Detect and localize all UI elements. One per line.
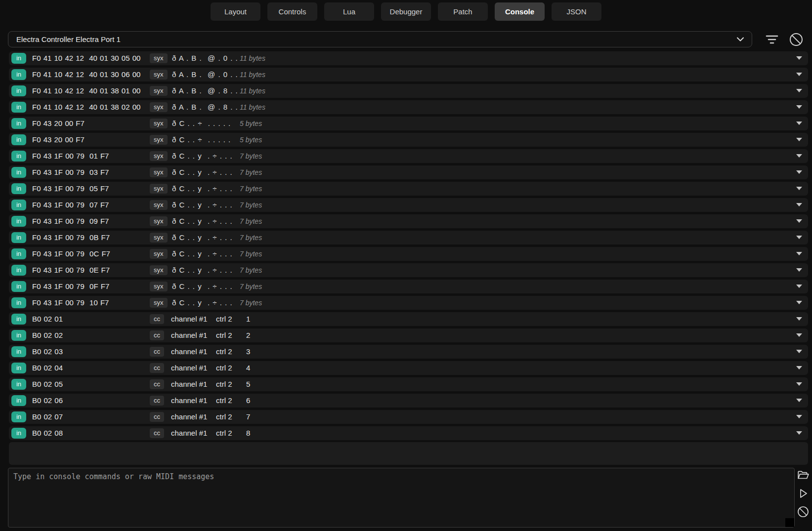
chevron-down-icon[interactable]: [796, 214, 802, 228]
channel-label: channel #1: [171, 345, 207, 359]
chevron-down-icon[interactable]: [796, 133, 802, 147]
hex-bytes: F0 43 1F 00 79 07 F7: [32, 198, 109, 212]
filter-icon[interactable]: [765, 33, 779, 46]
log-row[interactable]: inF0 43 1F 00 79 03 F7syxð C . . y . ÷ .…: [9, 165, 808, 179]
controller-label: ctrl 2: [216, 377, 232, 391]
decoded-text: ð C . . y . ÷ . . .: [172, 280, 232, 293]
log-row[interactable]: inF0 41 10 42 12 40 01 30 06 00syxð A . …: [9, 68, 808, 82]
chevron-down-icon[interactable]: [796, 51, 802, 65]
hex-bytes: B0 02 02: [32, 328, 63, 342]
chevron-down-icon[interactable]: [796, 280, 802, 293]
chevron-down-icon[interactable]: [796, 377, 802, 391]
log-row[interactable]: inF0 41 10 42 12 40 01 38 01 00syxð A . …: [9, 84, 808, 98]
tab-controls[interactable]: Controls: [267, 2, 317, 21]
chevron-down-icon[interactable]: [796, 231, 802, 245]
console-side-actions: [796, 468, 811, 519]
chevron-down-icon[interactable]: [796, 117, 802, 130]
direction-badge: in: [11, 118, 26, 129]
log-row[interactable]: inB0 02 03ccchannel #1ctrl 23: [9, 345, 808, 359]
log-row[interactable]: inF0 43 20 00 F7syxð C . . ÷ . . . . .5 …: [9, 133, 808, 147]
chevron-down-icon[interactable]: [796, 361, 802, 375]
tab-bar: LayoutControlsLuaDebuggerPatchConsoleJSO…: [0, 2, 812, 21]
tab-json[interactable]: JSON: [552, 2, 601, 21]
chevron-down-icon[interactable]: [796, 312, 802, 326]
channel-label: channel #1: [171, 328, 207, 342]
tab-lua[interactable]: Lua: [324, 2, 374, 21]
tab-debugger[interactable]: Debugger: [381, 2, 431, 21]
hex-bytes: F0 43 1F 00 79 0F F7: [32, 280, 109, 293]
direction-badge: in: [11, 346, 26, 357]
chevron-down-icon[interactable]: [796, 394, 802, 408]
log-row[interactable]: inF0 43 1F 00 79 10 F7syxð C . . y . ÷ .…: [9, 296, 808, 310]
direction-badge: in: [11, 248, 26, 259]
chevron-down-icon[interactable]: [796, 263, 802, 277]
chevron-down-icon[interactable]: [796, 426, 802, 440]
controller-value: 6: [246, 394, 250, 408]
byte-count: 7 bytes: [240, 247, 262, 261]
direction-badge: in: [11, 395, 26, 406]
channel-label: channel #1: [171, 377, 207, 391]
log-row[interactable]: inF0 43 1F 00 79 0C F7syxð C . . y . ÷ .…: [9, 247, 808, 261]
log-row[interactable]: inF0 43 20 00 F7syxð C . . ÷ . . . . .5 …: [9, 117, 808, 130]
chevron-down-icon[interactable]: [796, 182, 802, 196]
hex-bytes: F0 43 1F 00 79 0C F7: [32, 247, 110, 261]
log-row[interactable]: inF0 43 1F 00 79 0F F7syxð C . . y . ÷ .…: [9, 280, 808, 293]
log-row[interactable]: inB0 02 08ccchannel #1ctrl 28: [9, 426, 808, 440]
log-row[interactable]: inB0 02 07ccchannel #1ctrl 27: [9, 410, 808, 424]
chevron-down-icon[interactable]: [796, 68, 802, 82]
chevron-down-icon[interactable]: [796, 296, 802, 310]
hex-bytes: F0 43 20 00 F7: [32, 133, 85, 147]
chevron-down-icon[interactable]: [796, 410, 802, 424]
log-row[interactable]: inF0 41 10 42 12 40 01 38 02 00syxð A . …: [9, 100, 808, 114]
direction-badge: in: [11, 53, 26, 64]
block-icon[interactable]: [789, 32, 804, 47]
chevron-down-icon[interactable]: [796, 198, 802, 212]
log-row[interactable]: inB0 02 06ccchannel #1ctrl 26: [9, 394, 808, 408]
chevron-down-icon[interactable]: [796, 84, 802, 98]
block-icon[interactable]: [796, 505, 810, 519]
tab-patch[interactable]: Patch: [438, 2, 488, 21]
log-row[interactable]: inB0 02 04ccchannel #1ctrl 24: [9, 361, 808, 375]
chevron-down-icon[interactable]: [796, 328, 802, 342]
chevron-down-icon[interactable]: [796, 247, 802, 261]
folder-open-icon[interactable]: [796, 468, 810, 482]
log-row[interactable]: inB0 02 02ccchannel #1ctrl 22: [9, 328, 808, 342]
chevron-down-icon[interactable]: [796, 149, 802, 163]
log-row[interactable]: inF0 43 1F 00 79 01 F7syxð C . . y . ÷ .…: [9, 149, 808, 163]
controller-value: 3: [246, 345, 250, 359]
message-type-badge: syx: [150, 167, 168, 177]
tab-console[interactable]: Console: [495, 2, 545, 21]
log-row[interactable]: inF0 43 1F 00 79 0B F7syxð C . . y . ÷ .…: [9, 231, 808, 245]
hex-bytes: B0 02 07: [32, 410, 63, 424]
hex-bytes: F0 41 10 42 12 40 01 38 01 00: [32, 84, 140, 98]
tab-layout[interactable]: Layout: [211, 2, 260, 21]
midi-port-select[interactable]: Electra Controller Electra Port 1: [8, 31, 752, 47]
log-row[interactable]: inB0 02 05ccchannel #1ctrl 25: [9, 377, 808, 391]
direction-badge: in: [11, 183, 26, 194]
log-row[interactable]: inF0 43 1F 00 79 07 F7syxð C . . y . ÷ .…: [9, 198, 808, 212]
log-row[interactable]: inF0 41 10 42 12 40 01 30 05 00syxð A . …: [9, 51, 808, 65]
byte-count: 7 bytes: [240, 198, 262, 212]
hex-bytes: B0 02 08: [32, 426, 63, 440]
controller-value: 5: [246, 377, 250, 391]
hex-bytes: F0 43 1F 00 79 09 F7: [32, 214, 109, 228]
controller-value: 1: [246, 312, 250, 326]
log-row[interactable]: inF0 43 1F 00 79 09 F7syxð C . . y . ÷ .…: [9, 214, 808, 228]
log-row[interactable]: inF0 43 1F 00 79 0E F7syxð C . . y . ÷ .…: [9, 263, 808, 277]
chevron-down-icon[interactable]: [796, 165, 802, 179]
hex-bytes: F0 43 1F 00 79 01 F7: [32, 149, 109, 163]
controller-value: 7: [246, 410, 250, 424]
hex-bytes: B0 02 01: [32, 312, 63, 326]
chevron-down-icon[interactable]: [796, 100, 802, 114]
controller-label: ctrl 2: [216, 361, 232, 375]
resize-handle[interactable]: [785, 518, 794, 527]
log-row[interactable]: inB0 02 01ccchannel #1ctrl 21: [9, 312, 808, 326]
message-type-badge: syx: [150, 298, 168, 308]
chevron-down-icon[interactable]: [796, 345, 802, 359]
direction-badge: in: [11, 85, 26, 96]
message-type-badge: cc: [150, 330, 164, 340]
log-row[interactable]: inF0 43 1F 00 79 05 F7syxð C . . y . ÷ .…: [9, 182, 808, 196]
console-input[interactable]: [8, 468, 795, 528]
play-icon[interactable]: [796, 487, 810, 500]
midi-port-select-value: Electra Controller Electra Port 1: [16, 35, 121, 43]
